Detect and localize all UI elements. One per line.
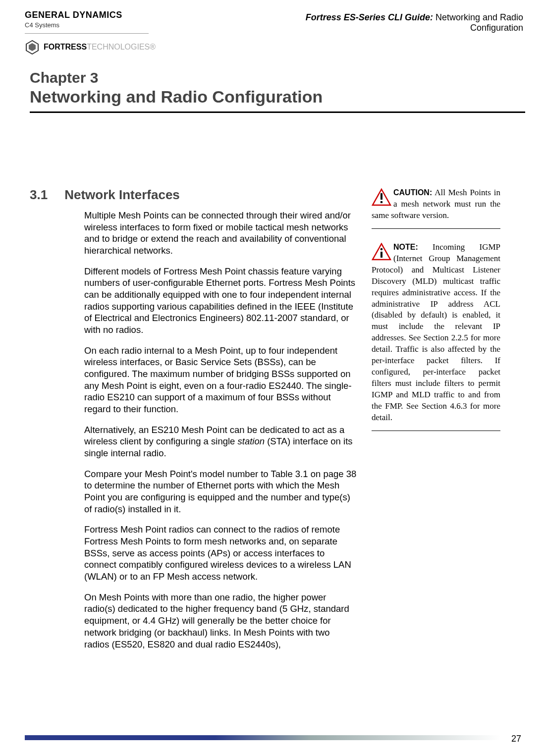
p4-b: station (238, 436, 265, 446)
body-paragraph: On Mesh Points with more than one radio,… (84, 592, 357, 650)
svg-marker-1 (29, 43, 36, 51)
caution-callout: CAUTION: All Mesh Points in a mesh netwo… (372, 187, 500, 229)
gd-logo-main: GENERAL DYNAMICS (25, 10, 122, 20)
svg-point-6 (380, 248, 383, 251)
main-column: 3.1Network Interfaces Multiple Mesh Poin… (30, 187, 357, 659)
fortress-light: TECHNOLOGIES (87, 43, 150, 51)
caution-icon (372, 188, 391, 206)
svg-rect-3 (380, 193, 382, 200)
section-title: Network Interfaces (64, 187, 180, 202)
body-paragraph: Multiple Mesh Points can be connected th… (84, 210, 357, 257)
note-text: Incoming IGMP (Internet Group Management… (372, 242, 500, 422)
section-heading: 3.1Network Interfaces (30, 187, 357, 203)
fortress-bold: FORTRESS (44, 43, 87, 51)
chapter-label: Chapter 3 (30, 69, 523, 86)
chapter-heading-block: Chapter 3 Networking and Radio Configura… (0, 54, 543, 113)
page-number: 27 (511, 734, 521, 744)
svg-rect-7 (380, 252, 382, 258)
note-label: NOTE: (393, 243, 418, 251)
body-paragraph: On each radio internal to a Mesh Point, … (84, 345, 357, 415)
content-area: 3.1Network Interfaces Multiple Mesh Poin… (0, 113, 543, 659)
logo-block: GENERAL DYNAMICS C4 Systems FORTRESSTECH… (25, 10, 156, 54)
gd-logo: GENERAL DYNAMICS C4 Systems (25, 10, 156, 29)
note-callout: NOTE: Incoming IGMP (Internet Group Mana… (372, 242, 500, 431)
chapter-title: Networking and Radio Configuration (30, 87, 523, 107)
guide-bold: Fortress ES-Series CLI Guide: (306, 12, 433, 22)
section-number: 3.1 (30, 187, 48, 202)
fortress-reg: ® (150, 43, 156, 51)
svg-rect-4 (380, 201, 382, 203)
note-icon (372, 243, 391, 261)
gd-logo-sub: C4 Systems (25, 21, 59, 29)
body-paragraph: Compare your Mesh Point's model number t… (84, 468, 357, 515)
logo-divider (25, 33, 149, 34)
body-paragraph: Different models of Fortress Mesh Point … (84, 266, 357, 336)
callout-rule (372, 228, 500, 229)
page-header: GENERAL DYNAMICS C4 Systems FORTRESSTECH… (0, 0, 543, 54)
header-guide-title: Fortress ES-Series CLI Guide: Networking… (251, 10, 523, 33)
side-column: CAUTION: All Mesh Points in a mesh netwo… (372, 187, 500, 659)
guide-rest: Networking and Radio Configuration (433, 12, 523, 33)
body-paragraph: Alternatively, an ES210 Mesh Point can b… (84, 424, 357, 459)
footer-bar (25, 735, 500, 740)
body-paragraph: Fortress Mesh Point radios can connect t… (84, 524, 357, 582)
fortress-logo-row: FORTRESSTECHNOLOGIES® (25, 40, 156, 54)
fortress-logo-text: FORTRESSTECHNOLOGIES® (44, 43, 156, 52)
callout-rule (372, 431, 500, 431)
caution-label: CAUTION: (393, 188, 432, 197)
fortress-icon (25, 40, 40, 54)
